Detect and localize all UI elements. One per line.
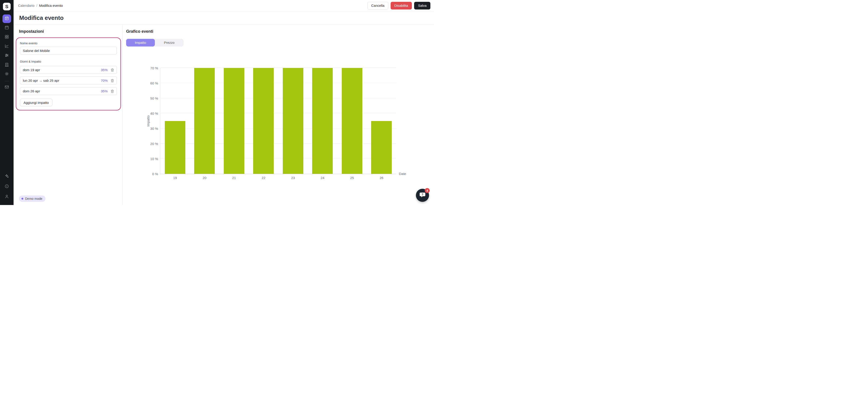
chart-bar-slot: 24 (308, 68, 338, 174)
sidebar-item-apps[interactable] (2, 33, 11, 41)
app-window: S (0, 0, 434, 205)
sidebar-item-mail[interactable] (2, 83, 11, 92)
impact-row-1-date: dom 19 apr (23, 68, 40, 72)
add-impact-button[interactable]: Aggiungi impatto (20, 99, 53, 106)
chart-plot: 1920212223242526 Impatto Date 0 %10 %20 … (160, 68, 396, 174)
chart-bar-slot: 20 (190, 68, 219, 174)
help-button[interactable]: ? 4 (416, 189, 429, 202)
apps-grid-icon (4, 35, 9, 40)
impact-row-1[interactable]: dom 19 apr 35% (20, 66, 117, 74)
sidebar-item-calendar[interactable] (2, 24, 11, 32)
sidebar-item-adjustments[interactable] (2, 52, 11, 60)
sidebar-item-property[interactable] (2, 61, 11, 69)
sidebar-item-assistant[interactable] (2, 172, 11, 181)
settings-heading: Impostazioni (19, 29, 121, 34)
impact-row-3-percent: 35% (101, 89, 107, 93)
chart-x-tick: 21 (219, 176, 249, 180)
event-name-input[interactable] (20, 47, 117, 55)
impact-row-2[interactable]: lun 20 apr → sab 25 apr 70% (20, 76, 117, 84)
breadcrumb-calendario[interactable]: Calendario (18, 4, 35, 7)
breadcrumb: Calendario / Modifica evento (18, 4, 63, 7)
page-title: Modifica evento (19, 14, 64, 22)
settings-gear-icon (4, 72, 9, 77)
sidebar: S (0, 0, 13, 205)
chart-bar-26 (371, 121, 392, 174)
info-icon (4, 184, 9, 190)
chart-y-tick: 20 % (150, 142, 158, 146)
chart-bar-slot: 19 (160, 68, 190, 174)
breadcrumb-separator: / (36, 4, 37, 7)
sidebar-item-info[interactable] (2, 182, 11, 191)
days-impact-label: Giorni & Impatto (20, 60, 117, 63)
sparkles-icon (4, 174, 9, 179)
chart-bar-19 (165, 121, 185, 174)
events-chart: 1920212223242526 Impatto Date 0 %10 %20 … (160, 68, 396, 174)
chart-bar-23 (283, 68, 303, 174)
impact-row-2-percent: 70% (101, 78, 107, 82)
chart-x-tick: 23 (278, 176, 308, 180)
chart-bar-slot: 22 (249, 68, 278, 174)
sidebar-item-calendar-events[interactable] (2, 14, 11, 23)
chart-y-tick: 30 % (150, 127, 158, 131)
chart-x-tick: 19 (160, 176, 190, 180)
chart-bar-slot: 25 (337, 68, 367, 174)
impact-row-1-percent: 35% (101, 68, 107, 72)
mail-icon (4, 85, 9, 90)
chart-x-tick: 22 (249, 176, 278, 180)
impact-row-3-date: dom 26 apr (23, 89, 40, 93)
cancel-button[interactable]: Cancella (367, 2, 388, 9)
demo-mode-dot (22, 198, 23, 200)
save-button[interactable]: Salva (414, 2, 430, 9)
building-icon (4, 62, 9, 68)
chat-question-icon: ? (419, 192, 426, 199)
chart-y-tick: 60 % (150, 81, 158, 85)
chart-y-tick: 0 % (152, 172, 158, 176)
tab-impatto[interactable]: Impatto (126, 39, 155, 46)
app-logo[interactable]: S (3, 3, 11, 10)
breadcrumb-current: Modifica evento (39, 4, 63, 7)
app-logo-letter: S (5, 4, 8, 9)
sidebar-item-settings[interactable] (2, 70, 11, 78)
sliders-icon (4, 53, 9, 59)
chart-y-tick: 70 % (150, 66, 158, 70)
chart-bar-21 (224, 68, 244, 174)
delete-impact-1-icon[interactable] (110, 68, 114, 72)
sidebar-item-analytics[interactable] (2, 42, 11, 51)
svg-text:?: ? (422, 193, 423, 196)
chart-bar-slot: 23 (278, 68, 308, 174)
demo-mode-badge: Demo mode (19, 196, 45, 202)
chart-panel: Grafico eventi Impatto Prezzo 1920212223… (123, 25, 434, 205)
event-name-label: Nome evento (20, 41, 117, 45)
delete-impact-2-icon[interactable] (110, 78, 114, 82)
chart-y-tick: 50 % (150, 96, 158, 100)
content: Impostazioni Nome evento Giorni & Impatt… (13, 25, 434, 205)
main-area: Calendario / Modifica evento Cancella Di… (13, 0, 434, 205)
titlebar: Modifica evento (13, 11, 434, 25)
sidebar-bottom (2, 172, 11, 202)
topbar-actions: Cancella Disabilita Salva (367, 2, 430, 9)
demo-mode-label: Demo mode (25, 197, 42, 201)
chart-x-tick: 25 (337, 176, 367, 180)
disable-button[interactable]: Disabilita (391, 2, 412, 9)
sidebar-item-account[interactable] (2, 193, 11, 201)
chart-bar-slot: 21 (219, 68, 249, 174)
user-icon (4, 194, 9, 200)
impact-row-3[interactable]: dom 26 apr 35% (20, 87, 117, 95)
chart-bar-20 (194, 68, 215, 174)
chart-x-axis-label: Date (399, 172, 406, 176)
delete-impact-3-icon[interactable] (110, 89, 114, 93)
calendar-icon (4, 25, 9, 31)
chart-x-tick: 24 (308, 176, 338, 180)
calendar-events-icon (4, 16, 9, 22)
settings-highlight-card: Nome evento Giorni & Impatto dom 19 apr … (16, 37, 121, 110)
chart-x-tick: 20 (190, 176, 219, 180)
notification-badge: 4 (425, 188, 430, 193)
tab-prezzo[interactable]: Prezzo (155, 39, 184, 46)
chart-bar-25 (342, 68, 362, 174)
chart-y-tick: 40 % (150, 111, 158, 115)
chart-bar-slot: 26 (367, 68, 397, 174)
settings-panel: Impostazioni Nome evento Giorni & Impatt… (13, 25, 123, 205)
chart-heading: Grafico eventi (126, 29, 434, 34)
chart-bars: 1920212223242526 (160, 68, 396, 174)
chart-y-tick: 10 % (150, 157, 158, 161)
